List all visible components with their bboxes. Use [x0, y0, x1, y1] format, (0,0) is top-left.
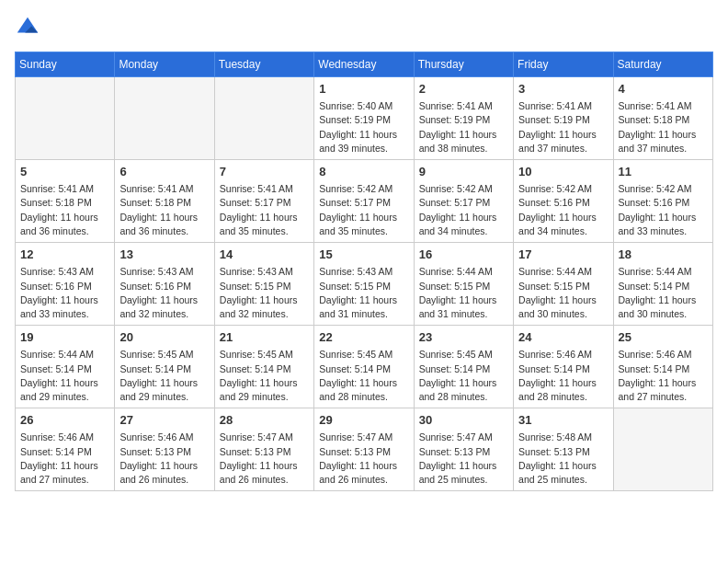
- calendar-cell: 3Sunrise: 5:41 AM Sunset: 5:19 PM Daylig…: [514, 77, 613, 160]
- day-number: 28: [220, 412, 309, 429]
- day-number: 11: [619, 164, 708, 180]
- calendar-cell: 26Sunrise: 5:46 AM Sunset: 5:14 PM Dayli…: [16, 408, 115, 491]
- day-info: Sunrise: 5:44 AM Sunset: 5:15 PM Dayligh…: [518, 265, 608, 321]
- logo: [15, 15, 40, 40]
- day-number: 27: [119, 412, 209, 429]
- day-info: Sunrise: 5:43 AM Sunset: 5:16 PM Dayligh…: [119, 265, 209, 321]
- day-info: Sunrise: 5:42 AM Sunset: 5:17 PM Dayligh…: [419, 182, 508, 238]
- day-number: 22: [319, 329, 408, 346]
- calendar-cell: 31Sunrise: 5:48 AM Sunset: 5:13 PM Dayli…: [514, 408, 613, 491]
- day-info: Sunrise: 5:43 AM Sunset: 5:16 PM Dayligh…: [20, 265, 109, 321]
- weekday-header-sunday: Sunday: [16, 52, 115, 77]
- day-info: Sunrise: 5:45 AM Sunset: 5:14 PM Dayligh…: [419, 348, 508, 404]
- weekday-header-saturday: Saturday: [613, 52, 712, 77]
- day-info: Sunrise: 5:44 AM Sunset: 5:14 PM Dayligh…: [20, 348, 109, 404]
- day-info: Sunrise: 5:41 AM Sunset: 5:18 PM Dayligh…: [119, 182, 209, 238]
- calendar-cell: 18Sunrise: 5:44 AM Sunset: 5:14 PM Dayli…: [613, 243, 712, 326]
- day-info: Sunrise: 5:44 AM Sunset: 5:15 PM Dayligh…: [419, 265, 508, 321]
- day-info: Sunrise: 5:46 AM Sunset: 5:14 PM Dayligh…: [20, 431, 109, 487]
- header: [15, 15, 713, 40]
- calendar-table: SundayMondayTuesdayWednesdayThursdayFrid…: [15, 52, 713, 491]
- weekday-header-row: SundayMondayTuesdayWednesdayThursdayFrid…: [16, 52, 713, 77]
- week-row-2: 12Sunrise: 5:43 AM Sunset: 5:16 PM Dayli…: [16, 243, 713, 326]
- day-number: 25: [619, 329, 708, 346]
- calendar-cell: 14Sunrise: 5:43 AM Sunset: 5:15 PM Dayli…: [214, 243, 313, 326]
- weekday-header-wednesday: Wednesday: [314, 52, 414, 77]
- calendar-cell: 17Sunrise: 5:44 AM Sunset: 5:15 PM Dayli…: [514, 243, 613, 326]
- day-number: 4: [619, 81, 708, 98]
- day-number: 21: [220, 329, 309, 346]
- calendar-cell: 13Sunrise: 5:43 AM Sunset: 5:16 PM Dayli…: [115, 243, 214, 326]
- generalblue-logo-icon: [15, 15, 40, 40]
- calendar-cell: 20Sunrise: 5:45 AM Sunset: 5:14 PM Dayli…: [115, 326, 214, 408]
- day-info: Sunrise: 5:43 AM Sunset: 5:15 PM Dayligh…: [220, 265, 309, 321]
- day-number: 14: [220, 247, 309, 263]
- day-info: Sunrise: 5:46 AM Sunset: 5:14 PM Dayligh…: [619, 348, 708, 404]
- day-info: Sunrise: 5:47 AM Sunset: 5:13 PM Dayligh…: [419, 431, 508, 487]
- day-info: Sunrise: 5:48 AM Sunset: 5:13 PM Dayligh…: [518, 431, 608, 487]
- day-info: Sunrise: 5:45 AM Sunset: 5:14 PM Dayligh…: [220, 348, 309, 404]
- day-number: 10: [518, 164, 608, 180]
- day-info: Sunrise: 5:40 AM Sunset: 5:19 PM Dayligh…: [319, 99, 408, 155]
- week-row-3: 19Sunrise: 5:44 AM Sunset: 5:14 PM Dayli…: [16, 326, 713, 408]
- day-number: 29: [319, 412, 408, 429]
- calendar-cell: 7Sunrise: 5:41 AM Sunset: 5:17 PM Daylig…: [214, 160, 313, 243]
- calendar-cell: 5Sunrise: 5:41 AM Sunset: 5:18 PM Daylig…: [16, 160, 115, 243]
- weekday-header-thursday: Thursday: [414, 52, 513, 77]
- calendar-cell: 23Sunrise: 5:45 AM Sunset: 5:14 PM Dayli…: [414, 326, 513, 408]
- calendar-cell: [16, 77, 115, 160]
- calendar-cell: [613, 408, 712, 491]
- calendar-cell: 10Sunrise: 5:42 AM Sunset: 5:16 PM Dayli…: [514, 160, 613, 243]
- calendar-cell: 16Sunrise: 5:44 AM Sunset: 5:15 PM Dayli…: [414, 243, 513, 326]
- calendar-cell: 11Sunrise: 5:42 AM Sunset: 5:16 PM Dayli…: [613, 160, 712, 243]
- week-row-0: 1Sunrise: 5:40 AM Sunset: 5:19 PM Daylig…: [16, 77, 713, 160]
- day-number: 18: [619, 247, 708, 263]
- day-info: Sunrise: 5:45 AM Sunset: 5:14 PM Dayligh…: [119, 348, 209, 404]
- day-info: Sunrise: 5:41 AM Sunset: 5:19 PM Dayligh…: [518, 99, 608, 155]
- calendar-cell: 9Sunrise: 5:42 AM Sunset: 5:17 PM Daylig…: [414, 160, 513, 243]
- day-number: 8: [319, 164, 408, 180]
- week-row-4: 26Sunrise: 5:46 AM Sunset: 5:14 PM Dayli…: [16, 408, 713, 491]
- calendar-cell: 30Sunrise: 5:47 AM Sunset: 5:13 PM Dayli…: [414, 408, 513, 491]
- weekday-header-friday: Friday: [514, 52, 613, 77]
- day-info: Sunrise: 5:45 AM Sunset: 5:14 PM Dayligh…: [319, 348, 408, 404]
- day-number: 9: [419, 164, 508, 180]
- calendar-cell: 19Sunrise: 5:44 AM Sunset: 5:14 PM Dayli…: [16, 326, 115, 408]
- day-number: 5: [20, 164, 109, 180]
- day-info: Sunrise: 5:42 AM Sunset: 5:16 PM Dayligh…: [518, 182, 608, 238]
- day-info: Sunrise: 5:46 AM Sunset: 5:14 PM Dayligh…: [518, 348, 608, 404]
- day-number: 6: [119, 164, 209, 180]
- calendar-cell: [115, 77, 214, 160]
- day-number: 7: [220, 164, 309, 180]
- calendar-cell: 2Sunrise: 5:41 AM Sunset: 5:19 PM Daylig…: [414, 77, 513, 160]
- day-info: Sunrise: 5:41 AM Sunset: 5:17 PM Dayligh…: [220, 182, 309, 238]
- calendar-cell: 4Sunrise: 5:41 AM Sunset: 5:18 PM Daylig…: [613, 77, 712, 160]
- day-info: Sunrise: 5:46 AM Sunset: 5:13 PM Dayligh…: [119, 431, 209, 487]
- day-number: 19: [20, 329, 109, 346]
- weekday-header-monday: Monday: [115, 52, 214, 77]
- day-number: 24: [518, 329, 608, 346]
- day-number: 2: [419, 81, 508, 98]
- day-number: 16: [419, 247, 508, 263]
- day-number: 12: [20, 247, 109, 263]
- day-info: Sunrise: 5:42 AM Sunset: 5:16 PM Dayligh…: [619, 182, 708, 238]
- day-number: 31: [518, 412, 608, 429]
- day-info: Sunrise: 5:47 AM Sunset: 5:13 PM Dayligh…: [220, 431, 309, 487]
- calendar-cell: 28Sunrise: 5:47 AM Sunset: 5:13 PM Dayli…: [214, 408, 313, 491]
- calendar-cell: 22Sunrise: 5:45 AM Sunset: 5:14 PM Dayli…: [314, 326, 414, 408]
- day-number: 15: [319, 247, 408, 263]
- day-number: 3: [518, 81, 608, 98]
- day-number: 30: [419, 412, 508, 429]
- calendar-cell: 1Sunrise: 5:40 AM Sunset: 5:19 PM Daylig…: [314, 77, 414, 160]
- calendar-cell: 25Sunrise: 5:46 AM Sunset: 5:14 PM Dayli…: [613, 326, 712, 408]
- day-number: 13: [119, 247, 209, 263]
- day-info: Sunrise: 5:43 AM Sunset: 5:15 PM Dayligh…: [319, 265, 408, 321]
- day-info: Sunrise: 5:41 AM Sunset: 5:18 PM Dayligh…: [20, 182, 109, 238]
- calendar-cell: 6Sunrise: 5:41 AM Sunset: 5:18 PM Daylig…: [115, 160, 214, 243]
- week-row-1: 5Sunrise: 5:41 AM Sunset: 5:18 PM Daylig…: [16, 160, 713, 243]
- day-info: Sunrise: 5:41 AM Sunset: 5:19 PM Dayligh…: [419, 99, 508, 155]
- calendar-cell: 12Sunrise: 5:43 AM Sunset: 5:16 PM Dayli…: [16, 243, 115, 326]
- calendar-cell: [214, 77, 313, 160]
- day-info: Sunrise: 5:42 AM Sunset: 5:17 PM Dayligh…: [319, 182, 408, 238]
- day-info: Sunrise: 5:47 AM Sunset: 5:13 PM Dayligh…: [319, 431, 408, 487]
